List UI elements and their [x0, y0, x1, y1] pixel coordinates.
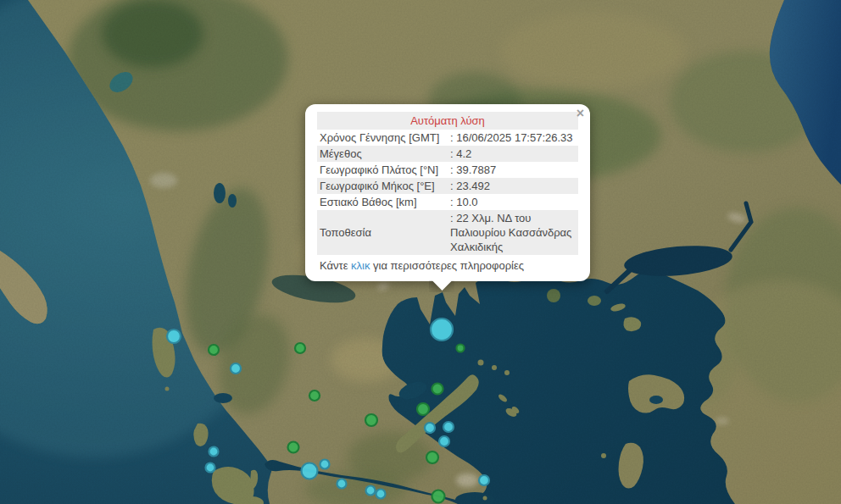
earthquake-marker[interactable]	[376, 490, 386, 499]
earthquake-popup: × Αυτόματη λύση Χρόνος Γέννησης [GMT] : …	[305, 104, 590, 281]
earthquake-marker[interactable]	[366, 486, 376, 496]
earthquake-marker[interactable]	[365, 414, 377, 426]
row-value: : 23.492	[448, 178, 578, 194]
table-row: Γεωγραφικό Πλάτος [°N] : 39.7887	[317, 162, 578, 178]
table-row: Αυτόματη λύση	[317, 112, 578, 130]
earthquake-marker[interactable]	[457, 345, 465, 352]
earthquake-marker[interactable]	[209, 345, 219, 355]
earthquake-marker[interactable]	[302, 463, 318, 479]
earthquake-marker[interactable]	[295, 343, 305, 353]
popup-title: Αυτόματη λύση	[317, 112, 578, 130]
row-label: Μέγεθος	[317, 146, 448, 162]
earthquake-marker[interactable]	[288, 442, 299, 453]
row-value: : 16/06/2025 17:57:26.33	[448, 130, 578, 146]
map-viewport[interactable]: × Αυτόματη λύση Χρόνος Γέννησης [GMT] : …	[0, 0, 841, 504]
earthquake-marker[interactable]	[309, 390, 320, 401]
earthquake-marker[interactable]	[426, 451, 438, 463]
popup-table: Αυτόματη λύση Χρόνος Γέννησης [GMT] : 16…	[317, 112, 578, 255]
earthquake-marker[interactable]	[439, 436, 449, 446]
earthquake-marker[interactable]	[167, 330, 181, 343]
earthquake-marker[interactable]	[320, 460, 330, 469]
row-value: : 4.2	[448, 146, 578, 162]
row-label: Τοποθεσία	[317, 210, 448, 255]
footer-text: Κάντε	[320, 259, 351, 272]
table-row: Τοποθεσία : 22 Χλμ. ΝΔ του Παλιουρίου Κα…	[317, 210, 578, 255]
earthquake-marker[interactable]	[432, 384, 443, 395]
row-label: Γεωγραφικό Πλάτος [°N]	[317, 162, 448, 178]
table-row: Μέγεθος : 4.2	[317, 146, 578, 162]
earthquake-marker[interactable]	[432, 490, 445, 503]
footer-text: για περισσότερες πληροφορίες	[370, 259, 524, 272]
earthquake-marker[interactable]	[425, 423, 435, 433]
earthquake-marker[interactable]	[431, 318, 453, 341]
row-value: : 22 Χλμ. ΝΔ του Παλιουρίου Κασσάνδρας Χ…	[448, 210, 578, 255]
popup-footer: Κάντε κλικ για περισσότερες πληροφορίες	[317, 258, 578, 273]
earthquake-marker[interactable]	[231, 363, 241, 374]
row-label: Χρόνος Γέννησης [GMT]	[317, 130, 448, 146]
row-value: : 10.0	[448, 194, 578, 210]
more-info-link[interactable]: κλικ	[351, 259, 370, 272]
earthquake-marker[interactable]	[443, 422, 454, 432]
earthquake-marker[interactable]	[337, 479, 347, 489]
earthquake-marker[interactable]	[479, 475, 489, 485]
earthquake-marker[interactable]	[417, 403, 429, 415]
row-label: Εστιακό Βάθος [km]	[317, 194, 448, 210]
row-label: Γεωγραφικό Μήκος [°E]	[317, 178, 448, 194]
table-row: Γεωγραφικό Μήκος [°E] : 23.492	[317, 178, 578, 194]
earthquake-marker[interactable]	[206, 463, 215, 473]
row-value: : 39.7887	[448, 162, 578, 178]
table-row: Εστιακό Βάθος [km] : 10.0	[317, 194, 578, 210]
popup-close-button[interactable]: ×	[576, 106, 584, 121]
earthquake-marker[interactable]	[209, 447, 219, 457]
table-row: Χρόνος Γέννησης [GMT] : 16/06/2025 17:57…	[317, 130, 578, 146]
